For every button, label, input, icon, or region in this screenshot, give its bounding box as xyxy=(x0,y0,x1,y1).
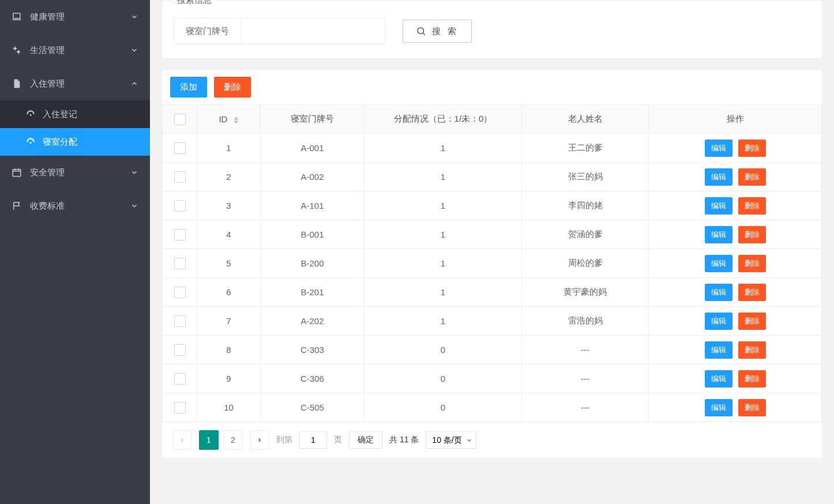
edit-button[interactable]: 编辑 xyxy=(705,168,732,186)
cell-room: A-002 xyxy=(261,163,365,191)
flag-icon xyxy=(12,201,22,211)
cell-name: 王二的爹 xyxy=(522,134,649,163)
row-delete-button[interactable]: 删除 xyxy=(738,284,766,301)
page-number[interactable]: 1 xyxy=(199,430,219,450)
row-delete-button[interactable]: 删除 xyxy=(738,341,766,359)
row-delete-button[interactable]: 删除 xyxy=(738,226,766,243)
row-checkbox[interactable] xyxy=(174,344,186,356)
cell-room: A-001 xyxy=(261,134,365,163)
page-number[interactable]: 2 xyxy=(223,430,243,450)
row-delete-button[interactable]: 删除 xyxy=(738,197,766,215)
row-checkbox[interactable] xyxy=(174,287,186,298)
row-delete-button[interactable]: 删除 xyxy=(738,370,766,388)
edit-button[interactable]: 编辑 xyxy=(705,341,732,359)
per-page-select[interactable]: 10 条/页 xyxy=(426,431,476,449)
edit-button[interactable]: 编辑 xyxy=(705,226,732,243)
nav-label: 安全管理 xyxy=(30,167,65,178)
nav-item-fee[interactable]: 收费标准 xyxy=(0,189,150,223)
search-button-label: 搜 索 xyxy=(432,26,459,37)
room-number-block: 寝室门牌号 xyxy=(174,18,385,44)
file-icon xyxy=(12,78,22,89)
cell-id: 10 xyxy=(197,393,261,422)
cell-id: 6 xyxy=(197,278,261,307)
subnav-item-register[interactable]: 入住登记 xyxy=(0,100,150,128)
cell-id: 2 xyxy=(197,163,261,191)
row-checkbox[interactable] xyxy=(174,142,186,154)
cell-room: B-200 xyxy=(261,249,365,278)
edit-button[interactable]: 编辑 xyxy=(705,284,732,301)
table-row: 8C-3030---编辑删除 xyxy=(163,336,822,364)
table-toolbar: 添加 删除 xyxy=(162,70,822,104)
goto-page-input[interactable] xyxy=(299,431,327,449)
cell-id: 8 xyxy=(197,336,261,364)
nav-item-health[interactable]: 健康管理 xyxy=(0,0,150,33)
row-checkbox[interactable] xyxy=(174,258,186,269)
chevron-down-icon xyxy=(130,46,138,54)
row-checkbox[interactable] xyxy=(174,171,186,183)
subnav-checkin: 入住登记 寝室分配 xyxy=(0,100,150,156)
data-table: ID 寝室门牌号 分配情况（已：1/未：0） 老人姓名 操作 1A-0011王二… xyxy=(162,104,822,422)
pagination: 12 到第 页 确定 共 11 条 10 条/页 xyxy=(162,422,822,458)
search-button[interactable]: 搜 索 xyxy=(403,20,472,43)
cell-name: 贺涵的爹 xyxy=(522,220,649,249)
dashboard-icon xyxy=(25,109,36,119)
cell-name: --- xyxy=(522,393,649,422)
row-delete-button[interactable]: 删除 xyxy=(738,399,766,416)
row-checkbox[interactable] xyxy=(174,373,186,385)
edit-button[interactable]: 编辑 xyxy=(705,255,732,272)
row-delete-button[interactable]: 删除 xyxy=(738,168,766,186)
cell-allocation: 0 xyxy=(365,336,522,364)
chevron-down-icon xyxy=(130,168,138,176)
nav-item-security[interactable]: 安全管理 xyxy=(0,156,150,189)
cell-allocation: 1 xyxy=(365,220,522,249)
nav-item-life[interactable]: 生活管理 xyxy=(0,33,150,67)
row-checkbox[interactable] xyxy=(174,200,186,212)
table-row: 7A-2021雷浩的妈编辑删除 xyxy=(163,307,822,336)
row-checkbox[interactable] xyxy=(174,402,186,413)
cell-allocation: 1 xyxy=(365,278,522,307)
edit-button[interactable]: 编辑 xyxy=(705,140,732,157)
row-delete-button[interactable]: 删除 xyxy=(738,255,766,272)
table-row: 5B-2001周松的爹编辑删除 xyxy=(163,249,822,278)
table-panel: 添加 删除 ID xyxy=(161,69,822,458)
total-count: 共 11 条 xyxy=(389,435,419,445)
page-suffix: 页 xyxy=(334,435,342,445)
page-prev[interactable] xyxy=(172,430,192,450)
search-icon xyxy=(416,26,426,36)
nav-item-checkin[interactable]: 入住管理 xyxy=(0,67,150,100)
cell-allocation: 1 xyxy=(365,249,522,278)
main-content: 搜索信息 寝室门牌号 搜 索 添加 删除 xyxy=(150,0,834,504)
cell-allocation: 0 xyxy=(365,364,522,393)
edit-button[interactable]: 编辑 xyxy=(705,313,732,330)
col-elder-name: 老人姓名 xyxy=(522,105,649,134)
col-checkbox xyxy=(163,105,197,134)
row-checkbox[interactable] xyxy=(174,315,186,327)
edit-button[interactable]: 编辑 xyxy=(705,197,732,215)
subnav-item-room-allocation[interactable]: 寝室分配 xyxy=(0,128,150,156)
edit-button[interactable]: 编辑 xyxy=(705,399,732,416)
svg-point-1 xyxy=(14,47,17,50)
cell-name: --- xyxy=(522,364,649,393)
cell-id: 5 xyxy=(197,249,261,278)
nav-label: 生活管理 xyxy=(30,45,65,56)
search-panel-title: 搜索信息 xyxy=(172,0,216,6)
table-row: 1A-0011王二的爹编辑删除 xyxy=(163,134,822,163)
room-number-input[interactable] xyxy=(241,18,385,44)
table-row: 2A-0021张三的妈编辑删除 xyxy=(163,163,822,191)
cell-allocation: 1 xyxy=(365,307,522,336)
table-row: 9C-3060---编辑删除 xyxy=(163,364,822,393)
laptop-icon xyxy=(12,12,22,22)
cell-name: 黄宇豪的妈 xyxy=(522,278,649,307)
delete-button[interactable]: 删除 xyxy=(214,77,251,97)
chevron-down-icon xyxy=(130,202,138,210)
add-button[interactable]: 添加 xyxy=(170,77,207,97)
row-delete-button[interactable]: 删除 xyxy=(738,140,766,157)
edit-button[interactable]: 编辑 xyxy=(705,370,732,388)
page-next[interactable] xyxy=(250,430,269,450)
row-delete-button[interactable]: 删除 xyxy=(738,313,766,330)
goto-confirm-button[interactable]: 确定 xyxy=(349,431,382,449)
svg-point-2 xyxy=(17,51,20,54)
select-all-checkbox[interactable] xyxy=(174,114,186,125)
row-checkbox[interactable] xyxy=(174,229,186,240)
col-id[interactable]: ID xyxy=(197,105,261,134)
